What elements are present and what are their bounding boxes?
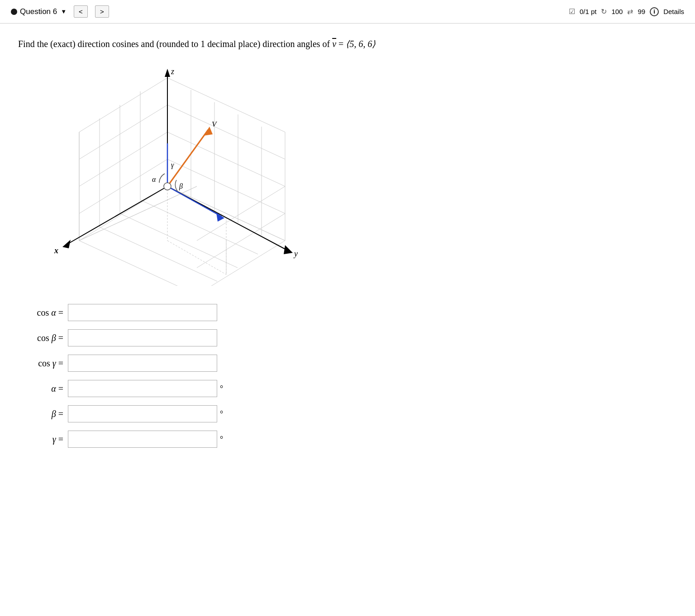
- beta-degree-symbol: °: [220, 409, 223, 419]
- svg-line-30: [197, 241, 285, 286]
- x-axis-line: [66, 186, 167, 245]
- main-content: Find the (exact) direction cosines and (…: [0, 24, 695, 469]
- gamma-degree-symbol: °: [220, 435, 223, 444]
- vector-line: [167, 130, 208, 186]
- svg-line-24: [120, 213, 238, 268]
- gamma-deg-label: γ =: [27, 434, 68, 445]
- gamma-deg-row: γ = °: [27, 431, 677, 448]
- beta-deg-input[interactable]: [68, 405, 217, 422]
- gamma-deg-input[interactable]: [68, 431, 217, 448]
- vector-symbol: v: [332, 39, 338, 49]
- vector-label: V: [212, 120, 218, 128]
- question-dot: [11, 9, 17, 15]
- vector-arrow: [204, 127, 213, 136]
- x-axis-label: x: [54, 246, 58, 255]
- problem-statement: Find the (exact) direction cosines and (…: [18, 37, 677, 51]
- svg-line-14: [167, 105, 285, 159]
- x-axis-arrow: [62, 240, 71, 248]
- alpha-label: α: [152, 175, 156, 183]
- cos-alpha-input[interactable]: [68, 304, 217, 321]
- svg-line-4: [79, 78, 167, 132]
- beta-label: β: [179, 182, 183, 190]
- retry-count: 99: [638, 8, 645, 15]
- alpha-deg-input[interactable]: [68, 380, 217, 397]
- z-axis-label: z: [171, 67, 174, 76]
- svg-line-15: [167, 78, 285, 132]
- top-bar: Question 6 ▼ < > ☑ 0/1 pt ↻ 100 ⇄ 99 i D…: [0, 0, 695, 24]
- gamma-label: γ: [171, 161, 174, 169]
- question-dropdown[interactable]: ▼: [61, 8, 67, 15]
- equals-sign: =: [338, 39, 346, 49]
- graph-container: z x y V α: [45, 64, 299, 286]
- svg-line-31: [79, 186, 197, 241]
- cos-beta-label: cos β =: [27, 333, 68, 343]
- y-axis-arrow: [284, 245, 293, 254]
- cos-gamma-label: cos γ =: [27, 358, 68, 369]
- cos-gamma-row: cos γ =: [27, 355, 677, 372]
- svg-line-26: [167, 186, 285, 241]
- question-label: Question 6 ▼: [11, 7, 67, 16]
- svg-line-13: [167, 132, 285, 186]
- svg-line-3: [79, 105, 167, 159]
- cos-gamma-input[interactable]: [68, 355, 217, 372]
- alpha-deg-label: α =: [27, 384, 68, 394]
- y-projection-arrow: [216, 213, 224, 222]
- svg-line-29: [197, 213, 285, 268]
- svg-line-33: [167, 241, 226, 275]
- svg-line-12: [167, 159, 285, 213]
- retry-icon[interactable]: ⇄: [627, 7, 633, 16]
- check-icon: ☑: [569, 7, 575, 16]
- origin-circle: [164, 183, 171, 190]
- 3d-graph-svg: z x y V α: [45, 64, 299, 286]
- svg-line-1: [79, 159, 167, 213]
- next-button[interactable]: >: [95, 5, 109, 18]
- cos-alpha-row: cos α =: [27, 304, 677, 321]
- cos-beta-row: cos β =: [27, 329, 677, 346]
- details-link[interactable]: Details: [663, 8, 684, 15]
- beta-deg-label: β =: [27, 409, 68, 419]
- info-icon[interactable]: i: [650, 7, 659, 16]
- undo-count: 100: [611, 8, 623, 15]
- svg-line-23: [100, 227, 217, 281]
- z-axis-arrow: [165, 69, 170, 77]
- cos-alpha-label: cos α =: [27, 308, 68, 318]
- statement-prefix: Find the (exact) direction cosines and (…: [18, 39, 332, 49]
- svg-line-25: [140, 200, 258, 254]
- inputs-section: cos α = cos β = cos γ = α = ° β = ° γ = …: [18, 304, 677, 448]
- vector-value: ⟨5, 6, 6⟩: [346, 39, 376, 49]
- top-bar-left: Question 6 ▼ < >: [11, 5, 109, 18]
- y-projection: [167, 186, 222, 217]
- question-title: Question 6: [20, 7, 57, 16]
- score-display: 0/1 pt: [580, 8, 597, 15]
- top-bar-right: ☑ 0/1 pt ↻ 100 ⇄ 99 i Details: [569, 7, 684, 16]
- beta-deg-row: β = °: [27, 405, 677, 422]
- alpha-degree-symbol: °: [220, 384, 223, 393]
- svg-line-28: [197, 186, 285, 241]
- y-axis-label: y: [293, 249, 298, 258]
- alpha-deg-row: α = °: [27, 380, 677, 397]
- undo-icon[interactable]: ↻: [601, 7, 607, 16]
- prev-button[interactable]: <: [74, 5, 88, 18]
- cos-beta-input[interactable]: [68, 329, 217, 346]
